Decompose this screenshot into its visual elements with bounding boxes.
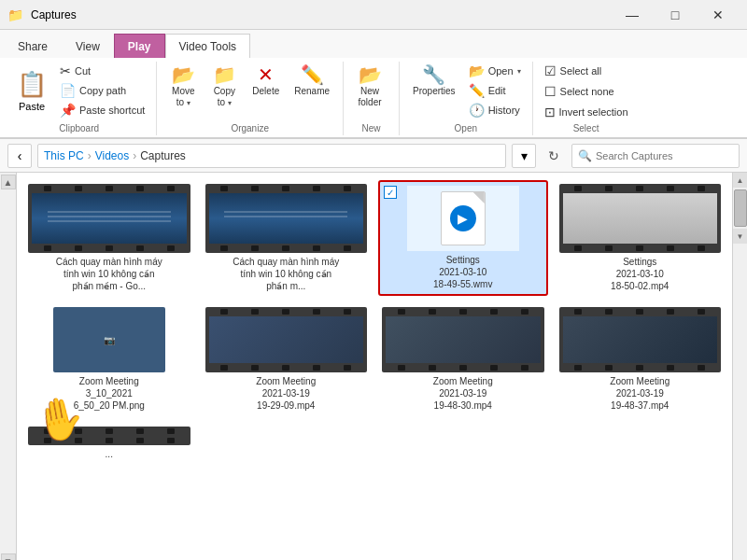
film-perf (313, 186, 320, 191)
paste-icon: 📋 (17, 70, 47, 99)
paste-shortcut-button[interactable]: 📌 Paste shortcut (56, 101, 148, 119)
film-content (386, 316, 541, 363)
tab-view[interactable]: View (62, 34, 114, 58)
history-icon: 🕐 (469, 103, 485, 118)
select-none-button[interactable]: ☐ Select none (541, 82, 618, 101)
properties-button[interactable]: 🔧 Properties (407, 62, 461, 101)
film-perf (344, 365, 351, 371)
screen-content (209, 193, 364, 244)
film-perfs-top (382, 307, 544, 316)
film-perf (167, 186, 175, 191)
tab-play[interactable]: Play (114, 34, 165, 58)
file-label: Zoom Meeting3_10_20216_50_20 PM.png (74, 375, 145, 412)
paste-shortcut-icon: 📌 (60, 103, 76, 118)
film-perf (490, 309, 498, 315)
screen-lines (48, 208, 171, 225)
tab-play-label: Play (128, 40, 151, 53)
new-folder-button[interactable]: 📂 Newfolder (351, 62, 388, 112)
breadcrumb-videos[interactable]: Videos (95, 149, 129, 162)
film-perf (521, 309, 529, 315)
clipboard-group: 📋 Paste ✂ Cut 📄 Copy path 📌 (2, 62, 157, 135)
list-item[interactable]: Cách quay màn hình máy tính win 10 không… (24, 180, 194, 296)
copy-to-button[interactable]: 📁 Copyto ▾ (205, 62, 243, 112)
tab-share-label: Share (18, 40, 48, 53)
file-label: Zoom Meeting2021-03-1919-48-30.mp4 (433, 375, 493, 412)
scroll-up-button[interactable]: ▲ (1, 175, 16, 189)
properties-icon: 🔧 (422, 65, 445, 84)
list-item[interactable]: ✓ ▶ Settings2021-03-1018-49-55.wmv (378, 180, 548, 296)
screen-content (32, 193, 187, 244)
move-to-button[interactable]: 📂 Moveto ▾ (164, 62, 202, 112)
film-perf (167, 438, 175, 443)
list-item[interactable]: Zoom Meeting2021-03-1919-48-30.mp4 (378, 303, 548, 415)
breadcrumb-thispc[interactable]: This PC (44, 149, 84, 162)
film-perf (636, 186, 643, 191)
invert-selection-icon: ⊡ (544, 105, 556, 119)
film-content (563, 193, 718, 244)
paste-button[interactable]: 📋 Paste (9, 68, 54, 114)
title-controls: — □ ✕ (611, 0, 740, 30)
maximize-button[interactable]: □ (654, 0, 697, 30)
film-perf (574, 245, 582, 251)
file-thumbnail (205, 307, 368, 372)
dropdown-button[interactable]: ▾ (512, 144, 536, 168)
file-checkbox[interactable]: ✓ (384, 186, 397, 199)
scroll-up-right-button[interactable]: ▲ (733, 173, 748, 188)
film-perf (459, 309, 467, 315)
film-perf (44, 438, 51, 443)
cut-button[interactable]: ✂ Cut (56, 62, 148, 80)
film-perf (75, 245, 82, 251)
refresh-button[interactable]: ↻ (542, 144, 566, 168)
select-all-icon: ☑ (544, 63, 557, 78)
minimize-button[interactable]: — (611, 0, 654, 30)
film-perf (75, 186, 82, 191)
file-grid: Cách quay màn hình máy tính win 10 không… (17, 173, 732, 560)
film-perfs-bottom (28, 244, 190, 253)
list-item[interactable]: ... (24, 423, 194, 464)
film-perf (605, 309, 613, 315)
edit-button[interactable]: ✏️ Edit (465, 81, 525, 100)
invert-selection-button[interactable]: ⊡ Invert selection (541, 103, 632, 121)
film-perf (136, 186, 144, 191)
clipboard-items: 📋 Paste ✂ Cut 📄 Copy path 📌 (9, 62, 148, 121)
open-items: 🔧 Properties 📂 Open ▾ ✏️ Edit 🕐 (407, 62, 525, 121)
file-thumbnail (205, 184, 368, 253)
history-button[interactable]: 🕐 History (465, 101, 525, 119)
rename-button[interactable]: ✏️ Rename (289, 62, 335, 101)
film-perfs-top (28, 427, 190, 436)
back-button[interactable]: ‹ (7, 144, 32, 168)
new-items: 📂 Newfolder (351, 62, 391, 121)
scroll-down-right-button[interactable]: ▼ (733, 229, 748, 244)
film-perf (282, 245, 289, 251)
tab-share[interactable]: Share (4, 34, 62, 58)
copy-path-button[interactable]: 📄 Copy path (56, 81, 148, 100)
list-item[interactable]: Zoom Meeting2021-03-1919-29-09.mp4 (202, 303, 372, 415)
close-button[interactable]: ✕ (697, 0, 740, 30)
copy-dropdown-icon: ▾ (228, 99, 232, 107)
open-button[interactable]: 📂 Open ▾ (465, 62, 525, 80)
list-item[interactable]: 📷 Zoom Meeting3_10_20216_50_20 PM.png 🤚 (24, 303, 194, 415)
scroll-thumb[interactable] (734, 189, 747, 227)
search-input[interactable] (596, 150, 733, 161)
organize-items: 📂 Moveto ▾ 📁 Copyto ▾ ✕ Delete ✏️ Rename (164, 62, 335, 121)
scroll-track-left (2, 191, 15, 552)
move-dropdown-icon: ▾ (187, 99, 190, 107)
film-perf (605, 365, 613, 371)
delete-button[interactable]: ✕ Delete (247, 62, 285, 101)
screen-line (48, 211, 171, 213)
ribbon: Share View Play Video Tools 📋 Paste (0, 30, 747, 139)
film-perf (220, 309, 228, 315)
screen-content (209, 316, 364, 363)
list-item[interactable]: Settings2021-03-1018-50-02.mp4 (556, 180, 726, 296)
file-thumbnail (559, 184, 722, 253)
film-perfs-top (559, 184, 722, 193)
list-item[interactable]: Cách quay màn hình máy tính win 10 không… (202, 180, 372, 296)
scroll-down-button[interactable]: ▼ (1, 553, 16, 560)
list-item[interactable]: Zoom Meeting2021-03-1919-48-37.mp4 (556, 303, 726, 415)
select-all-button[interactable]: ☑ Select all (541, 62, 606, 80)
tab-videotools[interactable]: Video Tools (165, 34, 251, 58)
film-perf (636, 245, 643, 251)
film-perf (313, 365, 320, 371)
film-content (32, 193, 187, 244)
film-perf (251, 365, 259, 371)
